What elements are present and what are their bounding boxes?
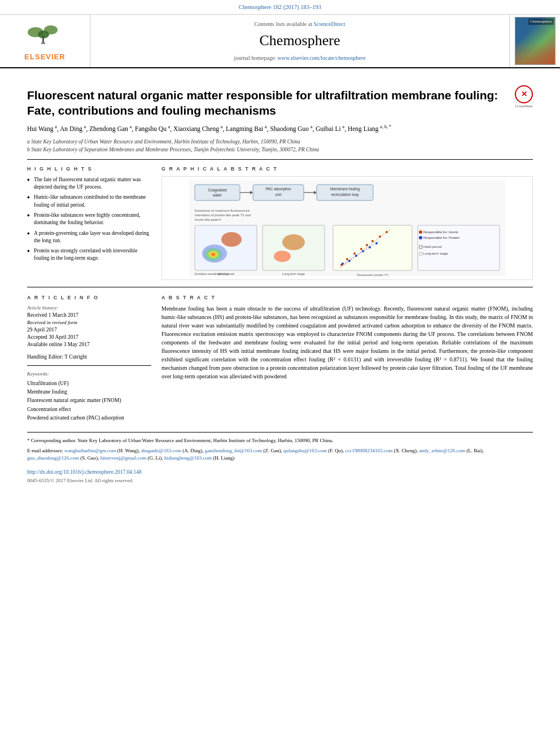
email-ading[interactable]: dinganhi@163.com — [141, 448, 181, 453]
abstract-paragraph: Membrane fouling has been a main obstacl… — [161, 304, 533, 381]
svg-point-28 — [282, 234, 305, 250]
svg-point-37 — [371, 240, 374, 242]
svg-point-24 — [221, 232, 242, 247]
svg-text:Fluorescent protein (T): Fluorescent protein (T) — [357, 273, 388, 276]
email-lbai[interactable]: andy_white@126.com — [419, 448, 465, 453]
svg-point-52 — [419, 230, 422, 234]
accepted-date: Accepted 30 April 2017 — [27, 334, 151, 341]
graphical-abstract-col: G R A P H I C A L A B S T R A C T Coagul… — [161, 165, 533, 280]
svg-rect-4 — [41, 42, 45, 44]
handling-editor: Handling Editor: T Cutright — [27, 353, 151, 361]
svg-text:Coagulated: Coagulated — [208, 188, 227, 193]
keyword-5: Powdered activated carbon (PAC) adsorpti… — [27, 414, 151, 422]
graphical-abstract-svg: Coagulated water PAC adsorption unit Mem… — [165, 180, 529, 276]
journal-cover-area: Chemosphere — [509, 15, 560, 67]
title-row: Fluorescent natural organic matter respo… — [27, 83, 533, 124]
cover-label: Chemosphere — [528, 19, 554, 25]
keyword-4: Concentration effect — [27, 406, 151, 413]
article-history-block: Article history: Received 1 March 2017 R… — [27, 304, 151, 348]
journal-cover-image: Chemosphere — [515, 17, 555, 65]
svg-text:Responsible for: Humic: Responsible for: Humic — [423, 230, 458, 234]
email-fqu[interactable]: qufangshu@163.com — [283, 448, 327, 453]
svg-text:Long-term stage: Long-term stage — [423, 252, 448, 255]
svg-text:Long-term stage: Long-term stage — [282, 272, 305, 276]
svg-rect-22 — [195, 225, 257, 270]
graphical-abstract-heading: G R A P H I C A L A B S T R A C T — [161, 165, 533, 173]
received-date: Received 1 March 2017 — [27, 312, 151, 319]
corresponding-note: * Corresponding author. State Key Labora… — [27, 437, 533, 445]
svg-point-35 — [360, 248, 362, 250]
email-hliang[interactable]: hidiangheng@163.com — [164, 455, 212, 461]
svg-text:humic-like peak A: humic-like peak A — [195, 218, 221, 221]
sciencedirect-anchor[interactable]: ScienceDirect — [313, 21, 345, 27]
divider-keywords — [27, 365, 151, 366]
svg-text:Excitation wavelength (nm): Excitation wavelength (nm) — [195, 272, 229, 276]
journal-homepage: journal homepage: www.elsevier.com/locat… — [234, 54, 365, 62]
received-revised-date: 29 April 2017 — [27, 326, 151, 334]
footnote-section: * Corresponding author. State Key Labora… — [27, 432, 533, 484]
keywords-label: Keywords: — [27, 370, 151, 378]
crossmark-icon: ✕ — [515, 85, 533, 103]
email-gli[interactable]: hitstevenj@gmail.com — [100, 455, 147, 461]
email-xcheng[interactable]: ccc198908234163.com — [345, 448, 393, 453]
available-online: Available online 3 May 2017 — [27, 341, 151, 348]
keyword-1: Ultrafiltration (UF) — [27, 380, 151, 387]
svg-text:water: water — [212, 193, 222, 197]
journal-header: ELSEVIER Contents lists available at Sci… — [0, 15, 560, 68]
svg-point-53 — [419, 236, 422, 239]
svg-point-36 — [366, 244, 368, 246]
elsevier-logo — [14, 20, 76, 51]
abstract-text: Membrane fouling has been a main obstacl… — [161, 304, 533, 381]
authors: Hui Wang a, An Ding a, Zhendong Gan a, F… — [27, 124, 533, 134]
top-bar: Chemosphere 182 (2017) 183–193 — [0, 0, 560, 15]
elsevier-tree-icon — [20, 24, 71, 46]
svg-text:PAC adsorption: PAC adsorption — [265, 187, 291, 191]
highlights-list: The fate of fluorescent natural organic … — [27, 176, 151, 263]
affiliations: a State Key Laboratory of Urban Water Re… — [27, 138, 533, 154]
svg-text:Responsible for: Protein: Responsible for: Protein — [423, 236, 460, 239]
article-info-abstract-row: A R T I C L E I N F O Article history: R… — [27, 294, 533, 423]
keyword-2: Membrane fouling — [27, 388, 151, 396]
highlight-item-4: A protein-governing cake layer was devel… — [27, 230, 151, 245]
svg-text:unit: unit — [275, 193, 282, 196]
article-info-col: A R T I C L E I N F O Article history: R… — [27, 294, 151, 423]
graphical-abstract-image-area: Coagulated water PAC adsorption unit Mem… — [161, 176, 533, 280]
affiliation-a: a State Key Laboratory of Urban Water Re… — [27, 138, 533, 146]
sciencedirect-link: Contents lists available at ScienceDirec… — [254, 20, 345, 28]
divider-1 — [27, 159, 533, 160]
copyright-line: 0045-6535/© 2017 Elsevier Ltd. All right… — [27, 477, 533, 485]
homepage-link[interactable]: www.elsevier.com/locate/chemosphere — [278, 55, 366, 61]
svg-point-33 — [346, 258, 348, 260]
keywords-list: Ultrafiltration (UF) Membrane fouling Fl… — [27, 380, 151, 422]
svg-point-23 — [202, 244, 227, 263]
doi-link[interactable]: http://dx.doi.org/10.1016/j.chemosphere.… — [27, 469, 142, 475]
svg-text:Initial period: Initial period — [423, 245, 441, 248]
svg-point-29 — [274, 251, 291, 262]
svg-point-34 — [353, 252, 356, 255]
article-title: Fluorescent natural organic matter respo… — [27, 88, 509, 119]
journal-header-center: Contents lists available at ScienceDirec… — [90, 15, 509, 67]
svg-text:Emissions of maximum fluoresce: Emissions of maximum fluorescence — [195, 209, 250, 212]
email-sguo[interactable]: guo_shaodong@126.com — [27, 455, 79, 461]
affiliation-b: b State Key Laboratory of Separation Mem… — [27, 146, 533, 154]
received-revised-label: Received in revised form — [27, 319, 151, 326]
keyword-3: Fluorescent natural organic matter (FNOM… — [27, 397, 151, 404]
email-label: E-mail addresses: — [27, 448, 63, 453]
email-zgan[interactable]: ganzhendong_hit@163.com — [205, 448, 262, 453]
abstract-heading: A B S T R A C T — [161, 294, 533, 302]
abstract-col: A B S T R A C T Membrane fouling has bee… — [161, 294, 533, 423]
elsevier-wordmark: ELSEVIER — [24, 52, 65, 62]
email-block: E-mail addresses: wanghuiharbin@gm.com (… — [27, 447, 533, 462]
highlights-heading: H I G H L I G H T S — [27, 165, 151, 173]
email-hwang[interactable]: wanghuiharbin@gm.com — [64, 448, 116, 453]
crossmark-label: CrossMark — [515, 104, 532, 110]
svg-point-41 — [342, 263, 344, 265]
journal-title: Chemosphere — [260, 30, 340, 51]
svg-text:recirculation loop: recirculation loop — [331, 193, 359, 197]
journal-citation: Chemosphere 182 (2017) 183–193 — [239, 4, 321, 10]
elsevier-logo-area: ELSEVIER — [0, 15, 90, 67]
history-label: Article history: — [27, 304, 151, 312]
highlight-item-2: Humic-like substances contributed to the… — [27, 194, 151, 209]
doi-line: http://dx.doi.org/10.1016/j.chemosphere.… — [27, 468, 533, 476]
main-content: Fluorescent natural organic matter respo… — [0, 68, 560, 485]
